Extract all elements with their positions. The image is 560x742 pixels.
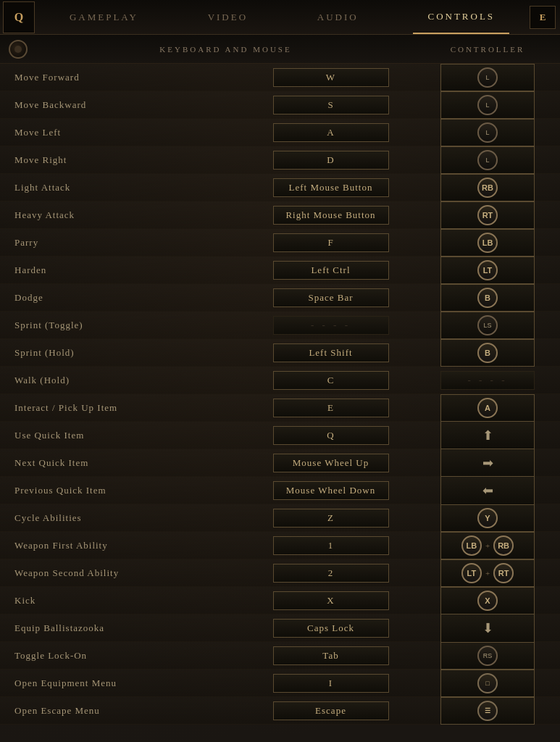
action-heavy-attack: Heavy Attack <box>0 209 246 221</box>
dpad-down-icon: ⬇ <box>477 617 498 639</box>
control-row-sprint-hold: Sprint (Hold) Left Shift B <box>0 339 560 367</box>
left-stick-icon: L <box>477 122 498 143</box>
tab-video[interactable]: VIDEO <box>193 0 262 34</box>
keyboard-header: KEYBOARD AND MOUSE <box>36 45 415 54</box>
action-light-attack: Light Attack <box>0 182 246 193</box>
action-lock-on: Toggle Lock-On <box>0 650 246 662</box>
key-light-attack[interactable]: Left Mouse Button <box>246 175 415 200</box>
key-move-forward[interactable]: W <box>246 65 415 90</box>
key-interact[interactable]: E <box>246 396 415 420</box>
action-escape-menu: Open Escape Menu <box>0 705 246 717</box>
control-row-harden: Harden Left Ctrl LT <box>0 257 560 284</box>
action-weapon-second: Weapon Second Ability <box>0 567 246 579</box>
key-weapon-second[interactable]: 2 <box>246 561 415 585</box>
key-lock-on[interactable]: Tab <box>246 643 415 668</box>
key-equipment-menu[interactable]: I <box>246 671 415 696</box>
b-button-icon: B <box>477 343 498 363</box>
key-heavy-attack[interactable]: Right Mouse Button <box>246 203 415 228</box>
control-row-equip-balli: Equip Ballistazooka Caps Lock ⬇ <box>0 614 560 642</box>
combo-lb-rb: LB + RB <box>461 535 514 556</box>
action-walk-hold: Walk (Hold) <box>0 375 246 386</box>
control-row-heavy-attack: Heavy Attack Right Mouse Button RT <box>0 201 560 229</box>
control-row-weapon-first: Weapon First Ability 1 LB + RB <box>0 532 560 559</box>
action-move-right: Move Right <box>0 154 246 166</box>
action-kick: Kick <box>0 595 246 606</box>
key-harden[interactable]: Left Ctrl <box>246 258 415 283</box>
control-row-walk-hold: Walk (Hold) C - - - - <box>0 367 560 394</box>
key-move-right[interactable]: D <box>246 148 415 172</box>
key-prev-quick-item[interactable]: Mouse Wheel Down <box>246 478 415 503</box>
select-button-icon: □ <box>477 673 498 693</box>
key-parry[interactable]: F <box>246 230 415 255</box>
dpad-up-icon: ⬆ <box>477 425 498 446</box>
action-move-backward: Move Backward <box>0 99 246 111</box>
action-weapon-first: Weapon First Ability <box>0 540 246 551</box>
ctrl-escape-menu: ☰ <box>415 694 560 728</box>
action-prev-quick-item: Previous Quick Item <box>0 485 246 496</box>
control-row-light-attack: Light Attack Left Mouse Button RB <box>0 174 560 201</box>
globe-icon <box>9 40 28 59</box>
ctrl-walk-hold: - - - - <box>415 368 560 393</box>
dpad-left-icon: ⬅ <box>477 480 498 501</box>
control-row-prev-quick-item: Previous Quick Item Mouse Wheel Down ⬅ <box>0 477 560 504</box>
control-row-move-backward: Move Backward S L <box>0 91 560 119</box>
rb-button-icon: RB <box>477 178 498 198</box>
controller-header: CONTROLLER <box>415 45 560 54</box>
key-next-quick-item[interactable]: Mouse Wheel Up <box>246 451 415 475</box>
action-next-quick-item: Next Quick Item <box>0 457 246 469</box>
action-harden: Harden <box>0 264 246 276</box>
settings-icon <box>0 40 36 59</box>
tab-controls[interactable]: CONTROLS <box>413 0 509 34</box>
action-interact: Interact / Pick Up Item <box>0 402 246 414</box>
left-stick-icon: L <box>477 95 498 115</box>
rb-icon: RB <box>493 535 514 556</box>
control-row-escape-menu: Open Escape Menu Escape ☰ <box>0 697 560 725</box>
combo-lt-rt: LT + RT <box>461 563 514 583</box>
action-dodge: Dodge <box>0 292 246 304</box>
dpad-right-icon: ➡ <box>477 452 498 474</box>
y-button-icon: Y <box>477 508 498 528</box>
ctrl-sprint-hold: B <box>415 336 560 370</box>
key-move-left[interactable]: A <box>246 120 415 145</box>
rt-icon: RT <box>493 563 514 583</box>
control-row-equipment-menu: Open Equipment Menu I □ <box>0 670 560 697</box>
action-move-left: Move Left <box>0 127 246 138</box>
action-equipment-menu: Open Equipment Menu <box>0 678 246 689</box>
key-move-backward[interactable]: S <box>246 93 415 117</box>
rt-button-icon: RT <box>477 205 498 225</box>
action-sprint-hold: Sprint (Hold) <box>0 347 246 359</box>
key-weapon-first[interactable]: 1 <box>246 533 415 558</box>
tab-audio[interactable]: AUDIO <box>303 0 373 34</box>
control-row-move-left: Move Left A L <box>0 119 560 146</box>
lt-button-icon: LT <box>477 260 498 280</box>
control-row-parry: Parry F LB <box>0 229 560 257</box>
key-dodge[interactable]: Space Bar <box>246 285 415 310</box>
key-sprint-hold[interactable]: Left Shift <box>246 341 415 365</box>
key-kick[interactable]: X <box>246 588 415 613</box>
key-sprint-toggle[interactable]: - - - - <box>246 313 415 338</box>
lt-icon: LT <box>461 563 482 583</box>
control-row-move-right: Move Right D L <box>0 146 560 174</box>
ls-button-icon: LS <box>477 315 498 335</box>
left-stick-icon: L <box>477 150 498 170</box>
key-use-quick-item[interactable]: Q <box>246 423 415 448</box>
left-stick-icon: L <box>477 67 498 88</box>
top-nav: Q GAMEPLAY VIDEO AUDIO CONTROLS E <box>0 0 560 35</box>
nav-tabs: GAMEPLAY VIDEO AUDIO CONTROLS <box>35 0 530 34</box>
action-use-quick-item: Use Quick Item <box>0 430 246 441</box>
action-move-forward: Move Forward <box>0 72 246 83</box>
key-escape-menu[interactable]: Escape <box>246 699 415 723</box>
nav-icon-q[interactable]: Q <box>3 1 35 33</box>
action-equip-balli: Equip Ballistazooka <box>0 622 246 634</box>
nav-icon-e[interactable]: E <box>530 6 556 29</box>
lb-button-icon: LB <box>477 233 498 253</box>
control-row-sprint-toggle: Sprint (Toggle) - - - - LS <box>0 312 560 339</box>
key-cycle-abilities[interactable]: Z <box>246 506 415 530</box>
rs-button-icon: RS <box>477 646 498 666</box>
key-walk-hold[interactable]: C <box>246 368 415 393</box>
action-parry: Parry <box>0 237 246 249</box>
key-equip-balli[interactable]: Caps Lock <box>246 616 415 641</box>
control-row-dodge: Dodge Space Bar B <box>0 284 560 312</box>
x-button-icon: X <box>477 591 498 611</box>
tab-gameplay[interactable]: GAMEPLAY <box>55 0 153 34</box>
